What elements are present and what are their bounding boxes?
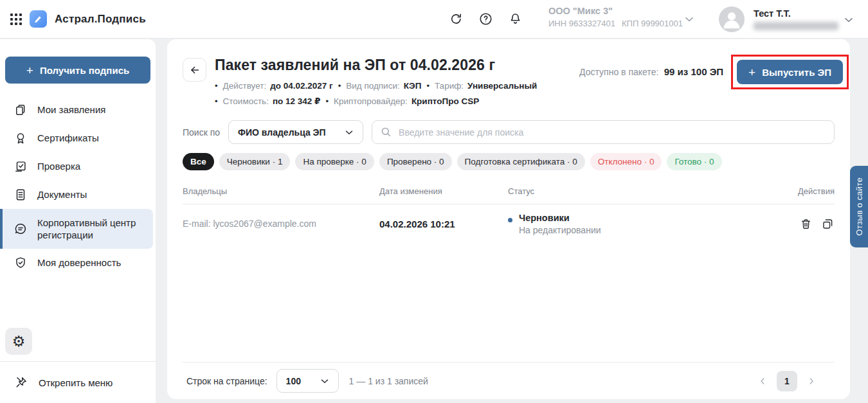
- meta-label: Криптопровайдер:: [334, 96, 408, 107]
- chevron-down-icon: [319, 375, 330, 387]
- chip-in-review[interactable]: На проверке · 0: [295, 153, 374, 170]
- row-date: 04.02.2026 10:21: [379, 219, 508, 229]
- meta-valid-until: Действует: до 04.02.2027 г: [215, 80, 333, 91]
- unpin-menu-button[interactable]: Открепить меню: [0, 362, 156, 403]
- package-availability: Доступно в пакете: 99 из 100 ЭП: [579, 66, 723, 78]
- sidebar-nav: Мои заявления Сертификаты Проверка Докум…: [0, 96, 156, 277]
- rows-per-page-label: Строк на странице:: [186, 376, 267, 386]
- sidebar-item-corporate-registration-center[interactable]: Корпоративный центр регистрации: [0, 209, 153, 249]
- chat-circle-icon: [14, 222, 28, 236]
- get-signature-label: Получить подпись: [40, 65, 129, 76]
- check-square-icon: [14, 159, 28, 174]
- rows-per-page-select[interactable]: 100: [276, 369, 339, 393]
- chip-drafts[interactable]: Черновики · 1: [219, 153, 291, 170]
- site-feedback-tab[interactable]: Отзыв о сайте: [850, 166, 868, 247]
- chip-verified[interactable]: Проверено · 0: [379, 153, 452, 170]
- chip-done[interactable]: Готово · 0: [667, 153, 721, 170]
- meta-crypto-provider: Криптопровайдер: КриптоПро CSP: [326, 96, 480, 107]
- meta-signature-type: Вид подписи: КЭП: [338, 80, 422, 91]
- chip-certificate-preparation[interactable]: Подготовка сертификата · 0: [457, 153, 585, 170]
- copy-icon[interactable]: [821, 217, 835, 231]
- search-input-wrapper: [372, 120, 835, 144]
- plus-icon: [26, 64, 33, 76]
- pagination: 1: [757, 371, 817, 391]
- get-signature-button[interactable]: Получить подпись: [5, 57, 150, 84]
- rows-per-page-value: 100: [286, 376, 301, 386]
- meta-value: КЭП: [404, 80, 422, 91]
- company-selector[interactable]: ООО "Микс 3" ИНН 9633327401 КПП 99990100…: [548, 6, 696, 28]
- row-owner-email: E-mail: lycos2067@example.com: [183, 219, 379, 229]
- meta-value: до 04.02.2027 г: [270, 80, 333, 91]
- column-header-status: Статус: [508, 186, 794, 196]
- delete-icon[interactable]: [799, 217, 813, 231]
- app-logo-icon: [30, 10, 47, 28]
- bell-icon[interactable]: [508, 12, 523, 26]
- search-field-select[interactable]: ФИО владельца ЭП: [228, 120, 363, 144]
- table-header: Владельцы Дата изменения Статус Действия: [183, 186, 835, 204]
- gear-icon: ⚙: [12, 334, 26, 349]
- refresh-icon[interactable]: [449, 12, 464, 26]
- page-title: Пакет заявлений на ЭП от 04.02.2026 г: [215, 57, 537, 74]
- user-name: Тест Т.Т.: [754, 8, 838, 19]
- page-number-button[interactable]: 1: [777, 371, 797, 391]
- sidebar-item-label: Моя доверенность: [37, 256, 121, 269]
- meta-label: Действует:: [223, 80, 267, 91]
- sidebar-item-label: Документы: [37, 188, 87, 201]
- annotation-highlight-box: Выпустить ЭП: [731, 55, 849, 89]
- pages-icon: [14, 103, 28, 117]
- app-title: Астрал.Подпись: [55, 13, 146, 26]
- search-icon: [380, 126, 392, 138]
- search-by-label: Поиск по: [183, 127, 220, 138]
- chevron-left-icon[interactable]: [757, 376, 768, 386]
- status-dot: [508, 218, 512, 222]
- shield-check-icon: [14, 256, 28, 270]
- meta-value: Универсальный: [467, 80, 537, 91]
- meta-value: КриптоПро CSP: [411, 96, 479, 107]
- sidebar-item-label: Сертификаты: [37, 132, 99, 145]
- help-icon[interactable]: [478, 12, 493, 26]
- top-header: Астрал.Подпись ООО "Микс 3" ИНН 96333274…: [0, 0, 868, 39]
- status-main: Черновики: [519, 213, 601, 223]
- plus-icon: [748, 66, 755, 78]
- chip-rejected[interactable]: Отклонено · 0: [590, 153, 662, 170]
- sidebar-item-label: Мои заявления: [37, 103, 105, 116]
- company-name: ООО "Микс 3": [548, 6, 696, 16]
- back-button[interactable]: [183, 58, 206, 82]
- sidebar-item-label: Проверка: [37, 160, 80, 173]
- table-row[interactable]: E-mail: lycos2067@example.com 04.02.2026…: [183, 204, 835, 243]
- issue-signature-label: Выпустить ЭП: [762, 67, 831, 78]
- sidebar-item-documents[interactable]: Документы: [0, 181, 156, 209]
- meta-label: Стоимость:: [223, 96, 269, 107]
- sidebar: Получить подпись Мои заявления Сертифика…: [0, 39, 156, 403]
- main-content-card: Пакет заявлений на ЭП от 04.02.2026 г Де…: [167, 39, 850, 399]
- document-lines-icon: [14, 188, 28, 202]
- available-label: Доступно в пакете:: [579, 67, 658, 77]
- sidebar-item-certificates[interactable]: Сертификаты: [0, 124, 156, 152]
- avatar: [719, 6, 745, 32]
- records-info: 1 — 1 из 1 записей: [349, 376, 428, 386]
- user-email-redacted: [754, 22, 838, 30]
- status-detail: На редактировании: [519, 225, 601, 235]
- chevron-down-icon[interactable]: [842, 13, 855, 26]
- chevron-down-icon[interactable]: [683, 13, 696, 26]
- meta-label: Вид подписи:: [346, 80, 399, 91]
- meta-label: Тариф:: [435, 80, 464, 91]
- status-filter-chips: Все Черновики · 1 На проверке · 0 Провер…: [183, 153, 835, 170]
- chip-all[interactable]: Все: [183, 153, 214, 170]
- company-inn: ИНН 9633327401: [548, 19, 615, 28]
- sidebar-item-verification[interactable]: Проверка: [0, 152, 156, 181]
- available-value: 99 из 100 ЭП: [664, 66, 723, 77]
- sidebar-item-my-power-of-attorney[interactable]: Моя доверенность: [0, 249, 156, 277]
- apps-grid-icon[interactable]: [9, 12, 23, 26]
- table-footer: Строк на странице: 100 1 — 1 из 1 записе…: [183, 362, 835, 399]
- sidebar-item-my-applications[interactable]: Мои заявления: [0, 96, 156, 124]
- sidebar-item-label: Корпоративный центр регистрации: [37, 217, 144, 242]
- chevron-right-icon[interactable]: [806, 376, 817, 386]
- meta-cost: Стоимость: по 12 342 ₽: [215, 96, 321, 107]
- settings-button[interactable]: ⚙: [5, 328, 32, 355]
- search-input[interactable]: [399, 127, 826, 138]
- chevron-down-icon: [343, 127, 355, 138]
- meta-tariff: Тариф: Универсальный: [426, 80, 537, 91]
- issue-signature-button[interactable]: Выпустить ЭП: [737, 60, 843, 84]
- user-menu[interactable]: Тест Т.Т.: [719, 6, 838, 32]
